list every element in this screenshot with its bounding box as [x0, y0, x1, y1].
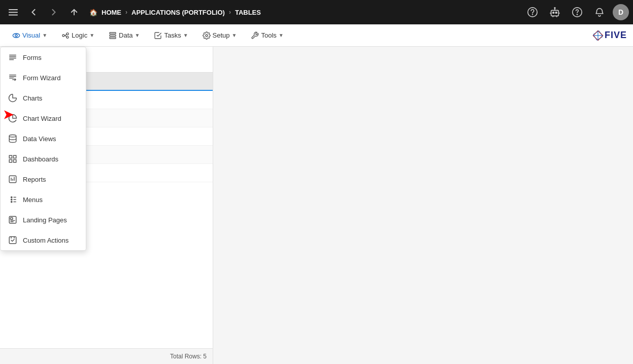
svg-rect-5: [551, 10, 559, 16]
nav-tools-label: Tools: [261, 31, 276, 39]
five-logo: FIVE: [592, 30, 627, 41]
breadcrumb-home[interactable]: HOME: [102, 9, 121, 16]
forms-icon: [8, 52, 18, 62]
dropdown-reports[interactable]: Reports: [1, 169, 86, 189]
svg-point-4: [532, 14, 533, 15]
svg-point-15: [66, 36, 69, 38]
dropdown-menus[interactable]: Menus: [1, 189, 86, 210]
svg-point-14: [66, 32, 69, 35]
svg-point-43: [11, 201, 12, 202]
custom-actions-icon: [8, 235, 18, 245]
svg-rect-18: [110, 37, 116, 39]
dashboards-label: Dashboards: [23, 155, 58, 163]
tasks-caret: ▼: [183, 32, 188, 38]
nav-tasks[interactable]: Tasks ▼: [148, 26, 194, 45]
nav-tools[interactable]: Tools ▼: [245, 26, 289, 45]
home-icon: 🏠: [89, 9, 97, 16]
svg-point-7: [555, 12, 557, 14]
tasks-icon: [154, 31, 162, 40]
svg-point-6: [553, 12, 554, 14]
form-wizard-icon: [8, 73, 18, 83]
nav-tasks-label: Tasks: [164, 31, 181, 39]
visual-caret: ▼: [42, 32, 47, 38]
reports-label: Reports: [23, 176, 46, 183]
nav-visual[interactable]: Visual ▼: [6, 26, 53, 45]
setup-icon: [203, 31, 211, 40]
nav-visual-label: Visual: [22, 31, 40, 39]
svg-point-32: [9, 135, 16, 138]
up-icon[interactable]: [65, 3, 83, 21]
dropdown-custom-actions[interactable]: Custom Actions: [1, 230, 86, 250]
avatar[interactable]: D: [613, 4, 629, 20]
chart-wizard-label: Chart Wizard: [23, 115, 61, 122]
svg-point-10: [577, 14, 577, 15]
logic-caret: ▼: [89, 32, 94, 38]
back-icon[interactable]: [24, 3, 43, 21]
svg-rect-1: [9, 12, 18, 13]
form-wizard-label: Form Wizard: [23, 74, 60, 82]
dropdown-landing-pages[interactable]: Landing Pages: [1, 210, 86, 230]
data-caret: ▼: [135, 32, 140, 38]
dropdown-forms[interactable]: Forms: [1, 47, 86, 68]
visual-dropdown: Forms Form Wizard Charts: [0, 47, 86, 251]
dropdown-chart-wizard[interactable]: Chart Wizard: [1, 108, 86, 128]
menu-icon[interactable]: [4, 3, 22, 21]
data-views-label: Data Views: [23, 135, 56, 143]
svg-rect-34: [14, 155, 16, 158]
svg-rect-36: [14, 160, 16, 162]
svg-point-8: [554, 8, 555, 9]
topbar: 🏠 HOME › APPLICATIONS (PORTFOLIO) › TABL…: [0, 0, 633, 24]
svg-rect-0: [9, 9, 18, 10]
tools-icon: [251, 31, 259, 40]
menus-label: Menus: [23, 196, 43, 204]
nav-data[interactable]: Data ▼: [103, 26, 146, 45]
breadcrumb-app[interactable]: APPLICATIONS (PORTFOLIO): [131, 9, 225, 16]
main-content: + Name StockPrice Total Rows: 5: [0, 47, 633, 364]
svg-point-13: [62, 35, 64, 37]
nav-logic[interactable]: Logic ▼: [55, 26, 101, 45]
svg-rect-33: [9, 155, 12, 158]
tools-caret: ▼: [279, 32, 284, 38]
red-arrow-indicator: ➤: [3, 108, 13, 122]
nav-logic-label: Logic: [72, 31, 87, 39]
svg-point-42: [11, 196, 12, 197]
dropdown-charts[interactable]: Charts: [1, 88, 86, 108]
svg-point-12: [15, 35, 17, 37]
eye-icon: [12, 31, 20, 40]
help-icon[interactable]: [568, 3, 586, 21]
setup-caret: ▼: [232, 32, 237, 38]
nav-setup[interactable]: Setup ▼: [196, 26, 243, 45]
svg-rect-48: [11, 218, 13, 220]
logic-icon: [61, 31, 70, 40]
dashboards-icon: [8, 154, 18, 164]
table-footer: Total Rows: 5: [0, 348, 213, 364]
svg-rect-2: [9, 15, 18, 16]
svg-rect-16: [110, 32, 116, 34]
svg-rect-17: [110, 35, 116, 36]
support-icon[interactable]: [523, 3, 542, 21]
five-logo-icon: [592, 30, 604, 41]
breadcrumb-tables[interactable]: TABLES: [235, 9, 261, 16]
landing-pages-icon: [8, 215, 18, 225]
svg-point-41: [11, 199, 12, 200]
bell-icon[interactable]: [590, 3, 609, 21]
forms-label: Forms: [23, 54, 42, 61]
total-rows-label: Total Rows: 5: [170, 353, 207, 360]
breadcrumb-sep1: ›: [125, 9, 127, 16]
svg-rect-51: [9, 237, 16, 244]
dropdown-form-wizard[interactable]: Form Wizard: [1, 68, 86, 88]
data-views-icon: [8, 134, 18, 144]
svg-rect-35: [9, 160, 12, 162]
reports-icon: [8, 174, 18, 184]
charts-icon: [8, 93, 18, 103]
dropdown-dashboards[interactable]: Dashboards: [1, 149, 86, 169]
dropdown-data-views[interactable]: Data Views: [1, 128, 86, 149]
robot-icon[interactable]: [546, 3, 564, 21]
custom-actions-label: Custom Actions: [23, 237, 69, 244]
landing-pages-label: Landing Pages: [23, 216, 67, 224]
data-icon: [109, 31, 117, 40]
forward-icon[interactable]: [45, 3, 63, 21]
svg-point-19: [206, 35, 208, 37]
menus-icon: [8, 194, 18, 205]
nav-setup-label: Setup: [213, 31, 230, 39]
